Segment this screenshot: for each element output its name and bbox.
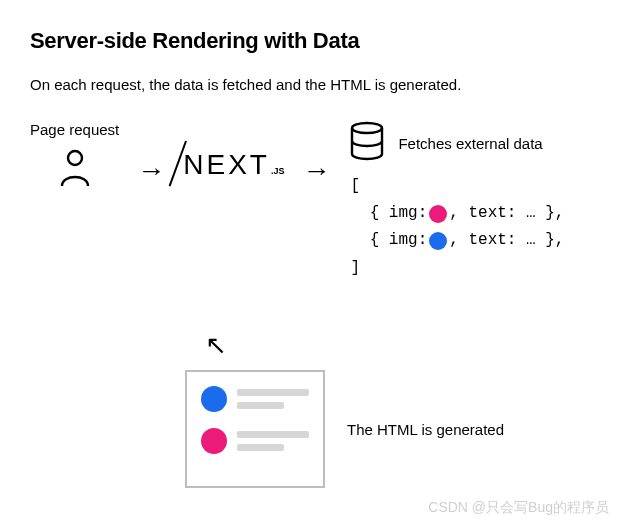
pink-dot-icon (429, 205, 447, 223)
page-request-label: Page request (30, 121, 119, 138)
fetches-data-label: Fetches external data (398, 135, 542, 152)
html-content-row (201, 428, 309, 454)
placeholder-line (237, 389, 309, 396)
diagram-subtitle: On each request, the data is fetched and… (30, 76, 593, 93)
page-request-col: Page request (30, 121, 119, 192)
data-array-code: [ { img: , text: … }, { img: , text: … }… (350, 173, 564, 282)
generated-html-box (185, 370, 325, 488)
pink-dot-icon (201, 428, 227, 454)
flow-row: Page request → NEXT .JS → Fetches extern (30, 121, 593, 282)
html-generated-label: The HTML is generated (347, 421, 504, 438)
blue-dot-icon (429, 232, 447, 250)
nextjs-logo-suffix: .JS (271, 166, 285, 176)
code-close-bracket: ] (350, 255, 564, 282)
code-text: { img: (350, 200, 427, 227)
placeholder-line (237, 431, 309, 438)
placeholder-line (237, 402, 284, 409)
nextjs-logo: NEXT .JS (183, 149, 284, 181)
placeholder-line (237, 444, 284, 451)
diagram-title: Server-side Rendering with Data (30, 28, 593, 54)
code-row-2: { img: , text: … }, (350, 227, 564, 254)
code-text: , text: … }, (449, 200, 564, 227)
html-content-row (201, 386, 309, 412)
code-open-bracket: [ (350, 173, 564, 200)
html-output-row: The HTML is generated (185, 370, 504, 488)
user-icon (58, 148, 92, 192)
code-text: { img: (350, 227, 427, 254)
placeholder-lines (237, 431, 309, 451)
svg-point-1 (352, 123, 382, 133)
database-icon (348, 121, 386, 165)
nextjs-col: NEXT .JS (183, 121, 284, 181)
arrow-icon: → (302, 157, 330, 185)
arrow-icon: → (137, 157, 165, 185)
watermark-text: CSDN @只会写Bug的程序员 (428, 499, 609, 517)
nextjs-logo-text: NEXT (183, 149, 270, 181)
data-fetch-col: Fetches external data [ { img: , text: …… (348, 121, 564, 282)
svg-point-0 (68, 151, 82, 165)
blue-dot-icon (201, 386, 227, 412)
code-row-1: { img: , text: … }, (350, 200, 564, 227)
code-text: , text: … }, (449, 227, 564, 254)
diagonal-arrow-icon: ↗ (205, 330, 227, 361)
placeholder-lines (237, 389, 309, 409)
